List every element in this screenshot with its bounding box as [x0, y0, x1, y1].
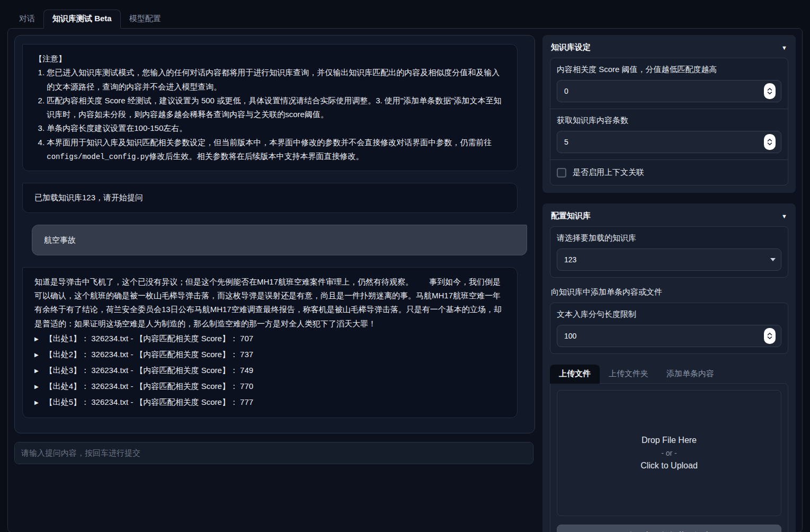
notice-item-text: 本界面用于知识入库及知识匹配相关参数设定，但当前版本中，本界面中修改的参数并不会… — [47, 138, 492, 147]
source-item-5: ▶【出处5】： 326234.txt - 【内容匹配相关度 Score】： 77… — [34, 395, 505, 410]
expand-arrow-icon: ▶ — [34, 332, 39, 346]
notice-item-text: 修改后生效。相关参数将在后续版本中支持本界面直接修改。 — [149, 152, 363, 161]
source-text: 【出处2】： 326234.txt - 【内容匹配相关度 Score】： 737 — [45, 350, 253, 359]
source-text: 【出处1】： 326234.txt - 【内容匹配相关度 Score】： 707 — [45, 334, 253, 343]
sentence-limit-form: 文本入库分句长度限制 100 — [550, 303, 788, 354]
top-tabbar: 对话 知识库测试 Beta 模型配置 — [7, 10, 803, 28]
collapse-arrow-icon[interactable]: ▼ — [781, 213, 787, 219]
accordion-title: 知识库设定 — [551, 42, 591, 52]
score-threshold-label: 内容相关度 Score 阈值，分值越低匹配度越高 — [557, 65, 781, 75]
expand-arrow-icon: ▶ — [34, 380, 39, 394]
kb-select-label: 请选择要加载的知识库 — [557, 233, 781, 243]
expand-arrow-icon: ▶ — [34, 396, 39, 410]
number-spinner-icon[interactable] — [764, 328, 776, 344]
topk-value: 5 — [564, 138, 568, 146]
context-checkbox-label[interactable]: 是否启用上下文关联 — [573, 167, 644, 178]
source-text: 【出处3】： 326234.txt - 【内容匹配相关度 Score】： 749 — [45, 366, 253, 375]
sentence-limit-label: 文本入库分句长度限制 — [557, 309, 781, 320]
tab-upload-folder[interactable]: 上传文件夹 — [600, 365, 657, 384]
file-dropzone[interactable]: Drop File Here - or - Click to Upload — [557, 390, 781, 516]
tab-model-config[interactable]: 模型配置 — [121, 10, 170, 28]
source-item-2: ▶【出处2】： 326234.txt - 【内容匹配相关度 Score】： 73… — [34, 348, 505, 362]
notice-item: 匹配内容相关度 Score 经测试，建议设置为 500 或更低，具体设置情况请结… — [47, 94, 505, 122]
bot-message-notice: 【注意】 您已进入知识库测试模式，您输入的任何对话内容都将用于进行知识库查询，并… — [22, 44, 518, 171]
topk-label: 获取知识库内容条数 — [557, 116, 781, 126]
context-checkbox-row: 是否启用上下文关联 — [550, 160, 788, 185]
source-summary[interactable]: ▶【出处5】： 326234.txt - 【内容匹配相关度 Score】： 77… — [34, 395, 505, 410]
source-summary[interactable]: ▶【出处2】： 326234.txt - 【内容匹配相关度 Score】： 73… — [34, 348, 505, 362]
kb-settings-form: 内容相关度 Score 阈值，分值越低匹配度越高 0 获取知识库内容条数 5 — [550, 58, 788, 185]
answer-text: 知道是导弹击中飞机了，这个已没有异议；但是这个先例能否在MH17航班空难案件审理… — [34, 275, 505, 331]
kb-settings-accordion: 知识库设定 ▼ 内容相关度 Score 阈值，分值越低匹配度越高 0 — [542, 35, 796, 193]
dropdown-caret-icon — [770, 258, 776, 261]
expand-arrow-icon: ▶ — [34, 348, 39, 362]
dropzone-text: - or - — [661, 449, 677, 457]
source-item-3: ▶【出处3】： 326234.txt - 【内容匹配相关度 Score】： 74… — [34, 363, 505, 378]
accordion-title: 配置知识库 — [551, 211, 591, 221]
source-item-1: ▶【出处1】： 326234.txt - 【内容匹配相关度 Score】： 70… — [34, 332, 505, 347]
score-threshold-field: 内容相关度 Score 阈值，分值越低匹配度越高 0 — [550, 58, 788, 109]
add-content-label: 向知识库中添加单条内容或文件 — [551, 287, 787, 297]
tab-upload-file[interactable]: 上传文件 — [550, 365, 600, 384]
notice-item: 您已进入知识库测试模式，您输入的任何对话内容都将用于进行知识库查询，并仅输出知识… — [47, 66, 505, 94]
kb-select-dropdown[interactable]: 123 — [557, 249, 781, 271]
chat-column: 【注意】 您已进入知识库测试模式，您输入的任何对话内容都将用于进行知识库查询，并… — [14, 35, 535, 526]
score-threshold-value: 0 — [564, 87, 568, 95]
dropzone-text: Click to Upload — [640, 461, 698, 471]
sentence-limit-input[interactable]: 100 — [557, 325, 781, 347]
number-spinner-icon[interactable] — [764, 134, 776, 150]
source-item-4: ▶【出处4】： 326234.txt - 【内容匹配相关度 Score】： 77… — [34, 379, 505, 394]
kb-select-field: 请选择要加载的知识库 123 — [550, 227, 788, 277]
bot-message-answer: 知道是导弹击中飞机了，这个已没有异议；但是这个先例能否在MH17航班空难案件审理… — [22, 267, 518, 418]
config-path-code: configs/model_config.py — [47, 153, 149, 161]
tab-add-single-content[interactable]: 添加单条内容 — [657, 365, 723, 384]
bot-message-text: 已加载知识库123，请开始提问 — [34, 191, 505, 205]
kb-select-form: 请选择要加载的知识库 123 — [550, 226, 788, 278]
kb-test-panel: 【注意】 您已进入知识库测试模式，您输入的任何对话内容都将用于进行知识库查询，并… — [7, 28, 803, 532]
score-threshold-input[interactable]: 0 — [557, 80, 781, 102]
user-message: 航空事故 — [32, 225, 527, 255]
sentence-limit-value: 100 — [564, 332, 576, 340]
user-message-text: 航空事故 — [44, 233, 515, 247]
context-checkbox[interactable] — [557, 168, 566, 178]
source-summary[interactable]: ▶【出处4】： 326234.txt - 【内容匹配相关度 Score】： 77… — [34, 379, 505, 394]
bot-message-loaded: 已加载知识库123，请开始提问 — [22, 183, 518, 212]
chatbot-window: 【注意】 您已进入知识库测试模式，您输入的任何对话内容都将用于进行知识库查询，并… — [14, 35, 535, 433]
upload-and-load-kb-button[interactable]: 上传文件并加载知识库 — [557, 525, 781, 532]
topk-field: 获取知识库内容条数 5 — [550, 109, 788, 159]
upload-tabbar: 上传文件 上传文件夹 添加单条内容 — [550, 365, 788, 384]
collapse-arrow-icon[interactable]: ▼ — [781, 45, 787, 51]
question-input[interactable] — [14, 442, 533, 464]
kb-select-value: 123 — [564, 255, 576, 264]
source-summary[interactable]: ▶【出处3】： 326234.txt - 【内容匹配相关度 Score】： 74… — [34, 363, 505, 378]
source-text: 【出处5】： 326234.txt - 【内容匹配相关度 Score】： 777 — [45, 397, 253, 406]
expand-arrow-icon: ▶ — [34, 364, 39, 378]
kb-config-accordion: 配置知识库 ▼ 请选择要加载的知识库 123 向知识库中添加单条内容或文件 文本… — [542, 203, 796, 532]
source-text: 【出处4】： 326234.txt - 【内容匹配相关度 Score】： 770 — [45, 382, 253, 391]
number-spinner-icon[interactable] — [764, 83, 776, 99]
kb-settings-accordion-header[interactable]: 知识库设定 ▼ — [550, 41, 788, 58]
notice-title: 【注意】 — [34, 52, 505, 66]
sentence-limit-field: 文本入库分句长度限制 100 — [550, 303, 788, 353]
notice-item: 单条内容长度建议设置在100-150左右。 — [47, 121, 505, 135]
notice-item: 本界面用于知识入库及知识匹配相关参数设定，但当前版本中，本界面中修改的参数并不会… — [47, 136, 505, 164]
kb-config-accordion-header[interactable]: 配置知识库 ▼ — [550, 210, 788, 226]
dropzone-text: Drop File Here — [642, 436, 697, 445]
settings-column: 知识库设定 ▼ 内容相关度 Score 阈值，分值越低匹配度越高 0 — [542, 35, 796, 526]
tab-kb-test[interactable]: 知识库测试 Beta — [43, 10, 121, 29]
notice-list: 您已进入知识库测试模式，您输入的任何对话内容都将用于进行知识库查询，并仅输出知识… — [34, 66, 505, 163]
tab-chat[interactable]: 对话 — [11, 10, 43, 28]
topk-input[interactable]: 5 — [557, 131, 781, 153]
upload-file-panel: Drop File Here - or - Click to Upload 上传… — [550, 383, 788, 532]
source-summary[interactable]: ▶【出处1】： 326234.txt - 【内容匹配相关度 Score】： 70… — [34, 332, 505, 347]
